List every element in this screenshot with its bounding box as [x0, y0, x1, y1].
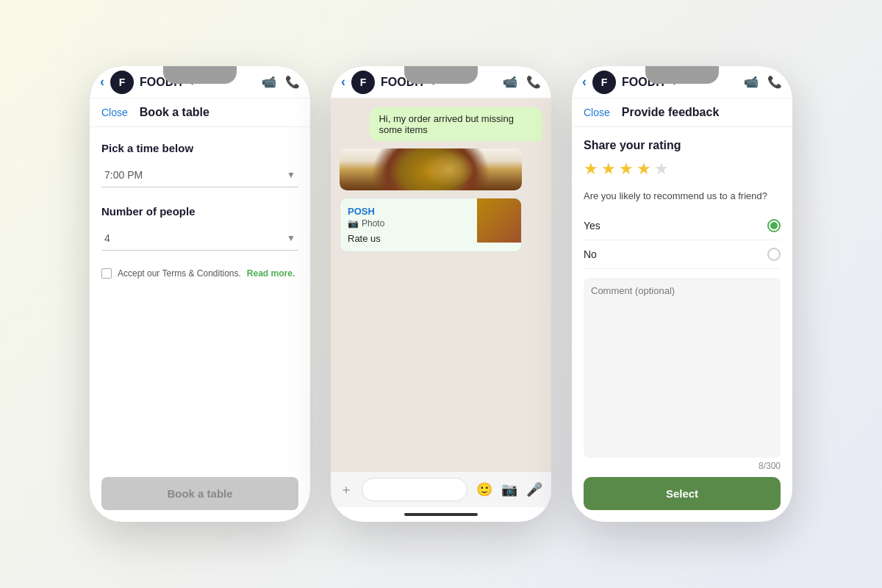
- phone-icon-1[interactable]: 📞: [285, 75, 300, 89]
- booking-body: Pick a time below 7:00 PM ▼ Number of pe…: [90, 127, 310, 465]
- chat-message-sent: Hi, my order arrived but missing some it…: [370, 107, 542, 141]
- chat-image-card: How did you like your experience? Rate u…: [340, 148, 522, 190]
- booking-title: Book a table: [140, 106, 209, 119]
- star-4[interactable]: ★: [637, 159, 651, 179]
- booking-header: Close Book a table: [90, 98, 310, 127]
- radio-yes-circle[interactable]: [767, 219, 781, 232]
- food-image: [340, 148, 522, 190]
- comment-textarea[interactable]: [584, 278, 781, 458]
- header-icons-2: 📹 📞: [503, 75, 541, 89]
- phone-icon-3[interactable]: 📞: [767, 75, 782, 89]
- back-arrow-1[interactable]: ‹: [100, 74, 104, 90]
- terms-text: Accept our Terms & Conditions.: [118, 268, 241, 279]
- stars-row: ★ ★ ★ ★ ★: [584, 159, 781, 179]
- star-3[interactable]: ★: [619, 159, 634, 179]
- posh-thumbnail: [477, 198, 521, 243]
- chat-input[interactable]: [362, 478, 467, 501]
- mic-icon[interactable]: 🎤: [526, 481, 542, 498]
- phone3-content: Close Provide feedback Share your rating…: [572, 98, 792, 522]
- radio-no-label: No: [584, 248, 597, 260]
- posh-card-content: POSH 📷 Photo Rate us: [340, 198, 477, 251]
- photo-label: Photo: [362, 218, 384, 229]
- phone-feedback: ‹ F FOODIT ✓ 📹 📞 Close Provide feedback …: [572, 66, 792, 522]
- sticker-icon[interactable]: 🙂: [476, 481, 492, 498]
- char-count: 8/300: [584, 461, 781, 471]
- header-icons-1: 📹 📞: [262, 75, 300, 89]
- notch-2: [404, 66, 478, 84]
- back-arrow-3[interactable]: ‹: [582, 74, 587, 90]
- terms-checkbox[interactable]: [101, 268, 112, 279]
- header-icons-3: 📹 📞: [744, 75, 782, 89]
- phone1-content: Close Book a table Pick a time below 7:0…: [90, 98, 310, 522]
- chat-input-bar: ＋ 🙂 📷 🎤: [331, 471, 551, 507]
- phone-icon-2[interactable]: 📞: [526, 75, 541, 89]
- feedback-body: Share your rating ★ ★ ★ ★ ★ Are you like…: [572, 127, 792, 522]
- posh-photo-row: 📷 Photo: [348, 218, 470, 229]
- select-button[interactable]: Select: [584, 477, 781, 510]
- home-bar-2: [404, 513, 478, 516]
- feedback-header: Close Provide feedback: [572, 98, 792, 127]
- people-dropdown-arrow: ▼: [287, 233, 295, 243]
- share-rating-label: Share your rating: [584, 139, 781, 152]
- terms-row: Accept our Terms & Conditions. Read more…: [101, 268, 298, 279]
- read-more-link[interactable]: Read more.: [247, 268, 295, 279]
- app-logo-3: F: [592, 71, 616, 94]
- people-dropdown[interactable]: 4 ▼: [101, 226, 298, 251]
- star-5[interactable]: ★: [654, 159, 669, 179]
- radio-no-circle[interactable]: [767, 248, 781, 261]
- video-icon-1[interactable]: 📹: [262, 75, 276, 89]
- phone-notch-3: ‹ F FOODIT ✓ 📹 📞: [572, 66, 792, 98]
- plus-icon[interactable]: ＋: [340, 481, 353, 498]
- posh-rate-us[interactable]: Rate us: [348, 233, 470, 244]
- close-link[interactable]: Close: [101, 107, 128, 118]
- radio-yes-label: Yes: [584, 220, 600, 232]
- people-section-label: Number of people: [101, 205, 298, 218]
- home-indicator-2: [331, 507, 551, 522]
- phone2-content: Hi, my order arrived but missing some it…: [331, 98, 551, 522]
- time-dropdown-arrow: ▼: [287, 170, 295, 180]
- radio-yes-row[interactable]: Yes: [584, 212, 781, 240]
- star-1[interactable]: ★: [584, 159, 598, 179]
- video-icon-3[interactable]: 📹: [744, 75, 759, 89]
- app-logo-2: F: [351, 71, 375, 94]
- people-value: 4: [104, 232, 110, 244]
- notch-3: [645, 66, 719, 84]
- radio-no-row[interactable]: No: [584, 240, 781, 269]
- camera-icon: 📷: [348, 218, 359, 229]
- feedback-title: Provide feedback: [622, 106, 720, 119]
- posh-card[interactable]: POSH 📷 Photo Rate us: [340, 198, 522, 252]
- time-value: 7:00 PM: [104, 169, 143, 181]
- star-2[interactable]: ★: [601, 159, 616, 179]
- phone-notch-2: ‹ F FOODIT ✓ 📹 📞: [331, 66, 551, 98]
- recommend-question: Are you likely to recommend us to a frie…: [584, 190, 781, 201]
- back-arrow-2[interactable]: ‹: [341, 74, 345, 90]
- phone-chat: ‹ F FOODIT ✓ 📹 📞 Hi, my order arrived bu…: [331, 66, 551, 522]
- notch-1: [163, 66, 237, 84]
- phone-notch-1: ‹ F FOODIT ✓ 📹 📞: [90, 66, 310, 98]
- time-section-label: Pick a time below: [101, 142, 298, 154]
- posh-label: POSH: [348, 206, 470, 217]
- chat-area: Hi, my order arrived but missing some it…: [331, 98, 551, 471]
- video-icon-2[interactable]: 📹: [503, 75, 517, 89]
- book-table-button[interactable]: Book a table: [101, 477, 298, 510]
- phone-book-table: ‹ F FOODIT ✓ 📹 📞 Close Book a table Pick…: [90, 66, 310, 522]
- app-logo-1: F: [110, 71, 134, 94]
- camera-input-icon[interactable]: 📷: [501, 481, 517, 498]
- feedback-close-link[interactable]: Close: [584, 107, 610, 118]
- time-dropdown[interactable]: 7:00 PM ▼: [101, 163, 298, 187]
